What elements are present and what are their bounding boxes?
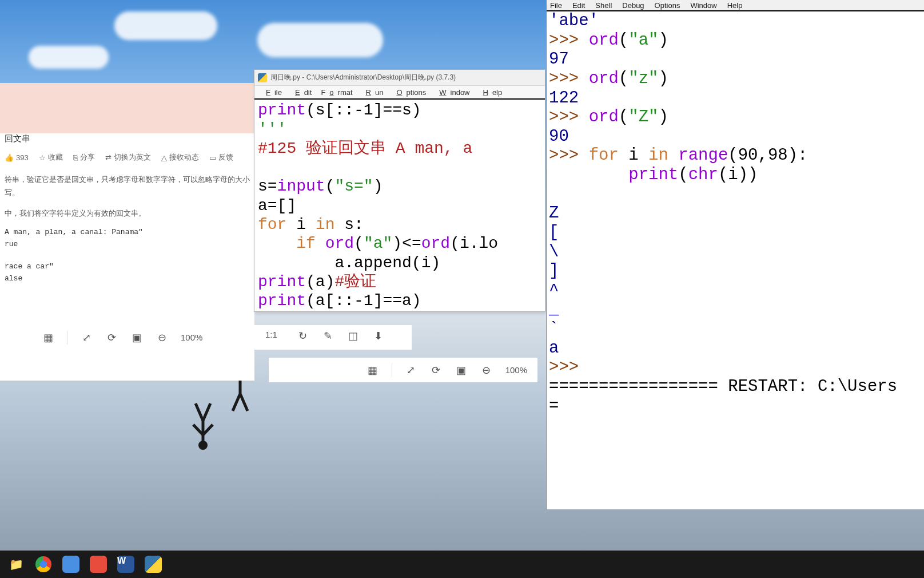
editor-menubar: File Edit Format Run Options Window Help <box>254 86 545 100</box>
silhouette-decor <box>189 401 217 452</box>
problem-desc-1: 符串，验证它是否是回文串，只考虑字母和数字字符，可以忽略字母的大小写。 <box>5 173 250 200</box>
receive-button[interactable]: △ 接收动态 <box>161 152 199 163</box>
taskbar-chrome[interactable] <box>32 553 55 576</box>
edit-icon[interactable]: ✎ <box>321 330 334 342</box>
share-button[interactable]: ⎘ 分享 <box>73 152 95 163</box>
problem-title: 回文串 <box>5 133 250 144</box>
menu-debug[interactable]: Debug <box>622 1 644 10</box>
taskbar-app-blue[interactable] <box>59 553 82 576</box>
taskbar-app-red[interactable] <box>87 553 110 576</box>
example-1: A man, a plan, a canal: Panama" rue <box>5 227 250 251</box>
menu-edit[interactable]: Edit <box>572 1 585 10</box>
menu-options[interactable]: Options <box>655 1 680 10</box>
expand-icon[interactable]: ⤢ <box>80 331 93 344</box>
grid-icon[interactable]: ▦ <box>42 331 54 344</box>
rotate-icon[interactable]: ⟳ <box>430 364 443 377</box>
menu-file[interactable]: File <box>258 88 286 97</box>
rotate-icon[interactable]: ⟳ <box>105 331 118 344</box>
menu-format[interactable]: Format <box>317 88 356 97</box>
taskbar-word[interactable]: W <box>114 553 137 576</box>
svg-point-0 <box>198 441 208 450</box>
editor-code-area[interactable]: print(s[::-1]==s) ''' #125 验证回文串 A man, … <box>254 100 545 311</box>
expand-icon[interactable]: ⤢ <box>405 364 417 377</box>
menu-shell[interactable]: Shell <box>595 1 612 10</box>
shell-menubar: File Edit Shell Debug Options Window Hel… <box>547 0 924 11</box>
image-toolbar-2: ▦ ⤢ ⟳ ▣ ⊖ 100% <box>269 358 537 382</box>
menu-edit[interactable]: Edit <box>287 88 316 97</box>
panel-top-decor <box>0 83 254 133</box>
menu-options[interactable]: Options <box>388 88 430 97</box>
crop-icon[interactable]: ◫ <box>346 330 359 342</box>
idle-editor-window: 周日晚.py - C:\Users\Administrator\Desktop\… <box>254 69 545 312</box>
feedback-button[interactable]: ▭ 反馈 <box>209 152 233 163</box>
taskbar-file-explorer[interactable]: 📁 <box>5 553 27 576</box>
zoom-out-icon[interactable]: ⊖ <box>156 331 168 344</box>
menu-file[interactable]: File <box>550 1 562 10</box>
editor-titlebar[interactable]: 周日晚.py - C:\Users\Administrator\Desktop\… <box>254 70 545 86</box>
switch-lang-button[interactable]: ⇄ 切换为英文 <box>105 152 151 163</box>
example-2: race a car" alse <box>5 261 250 285</box>
like-button[interactable]: 👍 393 <box>5 153 29 162</box>
editor-title-text: 周日晚.py - C:\Users\Administrator\Desktop\… <box>270 73 456 82</box>
menu-window[interactable]: Window <box>690 1 716 10</box>
download-icon[interactable]: ⬇ <box>372 330 384 342</box>
menu-help[interactable]: Help <box>727 1 743 10</box>
fit-icon[interactable]: ▣ <box>130 331 143 344</box>
taskbar: 📁 W <box>0 551 924 578</box>
cloud-decor <box>29 46 109 69</box>
image-toolbar-mid: ↻ ✎ ◫ ⬇ <box>286 325 395 347</box>
fit-icon[interactable]: ▣ <box>455 364 468 377</box>
zoom-out-icon[interactable]: ⊖ <box>480 364 493 377</box>
collect-button[interactable]: ☆ 收藏 <box>39 152 63 163</box>
python-icon <box>258 73 267 82</box>
shell-output-area[interactable]: 'abe' >>> ord("a") 97 >>> ord("z") 122 >… <box>547 11 924 415</box>
zoom-level: 100% <box>181 332 202 342</box>
idle-shell-window: File Edit Shell Debug Options Window Hel… <box>546 0 924 509</box>
taskbar-python[interactable] <box>142 553 165 576</box>
cloud-decor <box>257 23 383 57</box>
menu-run[interactable]: Run <box>358 88 388 97</box>
problem-desc-2: 中，我们将空字符串定义为有效的回文串。 <box>5 207 250 220</box>
cloud-decor <box>114 11 217 40</box>
refresh-icon[interactable]: ↻ <box>296 330 309 342</box>
menu-window[interactable]: Window <box>431 88 473 97</box>
zoom-level: 100% <box>505 365 527 375</box>
menu-help[interactable]: Help <box>475 88 507 97</box>
grid-icon[interactable]: ▦ <box>367 364 379 377</box>
scale-indicator[interactable]: 1:1 <box>255 325 278 344</box>
